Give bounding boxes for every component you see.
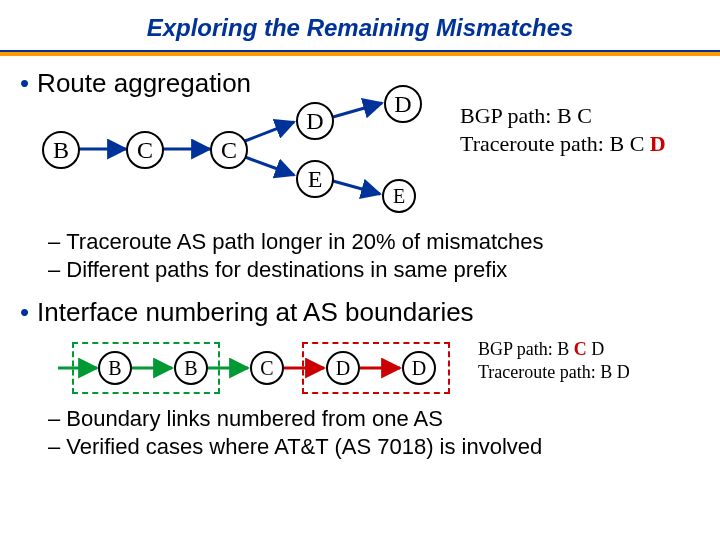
- svg-line-2: [245, 122, 294, 141]
- svg-line-3: [245, 157, 294, 175]
- traceroute-em: D: [650, 131, 666, 156]
- node2-d2: D: [402, 351, 436, 385]
- diagram1-arrows: [0, 97, 720, 227]
- node-d1: D: [296, 102, 334, 140]
- node-c2: C: [210, 131, 248, 169]
- section2-sub2-text: Verified cases where AT&T (AS 7018) is i…: [66, 434, 542, 459]
- node-c1: C: [126, 131, 164, 169]
- node2-c: C: [250, 351, 284, 385]
- section1-heading-text: Route aggregation: [37, 68, 251, 98]
- diagram2-bgp-path-label: BGP path: B C D: [478, 339, 604, 360]
- route-aggregation-diagram: B C C D E D E BGP path: B C Traceroute p…: [0, 97, 720, 227]
- node-d2: D: [384, 85, 422, 123]
- section2-heading: •Interface numbering at AS boundaries: [20, 297, 720, 328]
- section1-sub1: –Traceroute AS path longer in 20% of mis…: [48, 229, 720, 255]
- bgp2-prefix: BGP path: B: [478, 339, 574, 359]
- section1-sub2: –Different paths for destinations in sam…: [48, 257, 720, 283]
- node-b: B: [42, 131, 80, 169]
- svg-line-5: [333, 181, 380, 194]
- node-e1: E: [296, 160, 334, 198]
- title-rule: [0, 50, 720, 56]
- dash-icon: –: [48, 229, 60, 254]
- svg-line-4: [333, 103, 382, 117]
- section1-sub1-text: Traceroute AS path longer in 20% of mism…: [66, 229, 543, 254]
- bgp2-em: C: [574, 339, 587, 359]
- bullet-dot-icon: •: [20, 297, 29, 327]
- dash-icon: –: [48, 406, 60, 431]
- section1-heading: •Route aggregation: [20, 68, 720, 99]
- bullet-dot-icon: •: [20, 68, 29, 98]
- node-e2: E: [382, 179, 416, 213]
- dash-icon: –: [48, 434, 60, 459]
- diagram2-traceroute-path-label: Traceroute path: B D: [478, 362, 630, 383]
- section2-heading-text: Interface numbering at AS boundaries: [37, 297, 474, 327]
- traceroute-prefix: Traceroute path: B C: [460, 131, 650, 156]
- interface-numbering-diagram: B B C D D BGP path: B C D Traceroute pat…: [0, 334, 720, 404]
- diagram1-bgp-path-label: BGP path: B C: [460, 103, 592, 129]
- dash-icon: –: [48, 257, 60, 282]
- node2-b1: B: [98, 351, 132, 385]
- page-title: Exploring the Remaining Mismatches: [0, 0, 720, 50]
- section2-sub1-text: Boundary links numbered from one AS: [66, 406, 443, 431]
- section2-sub1: –Boundary links numbered from one AS: [48, 406, 720, 432]
- section2-sub2: –Verified cases where AT&T (AS 7018) is …: [48, 434, 720, 460]
- bgp2-suffix: D: [587, 339, 605, 359]
- section1-sub2-text: Different paths for destinations in same…: [66, 257, 507, 282]
- node2-d1: D: [326, 351, 360, 385]
- node2-b2: B: [174, 351, 208, 385]
- diagram1-traceroute-path-label: Traceroute path: B C D: [460, 131, 666, 157]
